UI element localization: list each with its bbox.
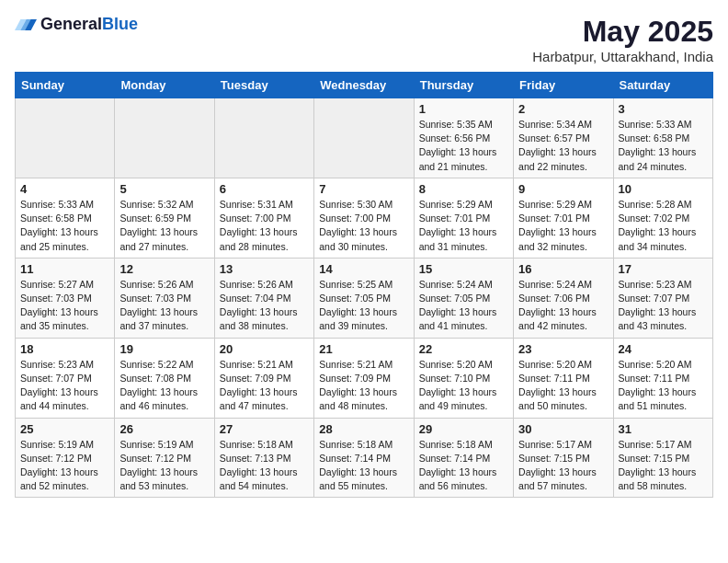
day-info: Sunrise: 5:31 AMSunset: 7:00 PMDaylight:… [220, 198, 309, 254]
calendar-cell: 28Sunrise: 5:18 AMSunset: 7:14 PMDayligh… [314, 418, 414, 498]
page-header: GeneralBlue May 2025 Harbatpur, Uttarakh… [15, 15, 713, 64]
header-wednesday: Wednesday [314, 73, 414, 98]
calendar-cell: 12Sunrise: 5:26 AMSunset: 7:03 PMDayligh… [115, 258, 214, 338]
calendar-cell: 29Sunrise: 5:18 AMSunset: 7:14 PMDayligh… [414, 418, 513, 498]
calendar-cell: 20Sunrise: 5:21 AMSunset: 7:09 PMDayligh… [214, 338, 313, 418]
day-info: Sunrise: 5:26 AMSunset: 7:04 PMDaylight:… [220, 278, 309, 334]
day-info: Sunrise: 5:19 AMSunset: 7:12 PMDaylight:… [20, 438, 109, 494]
calendar-subtitle: Harbatpur, Uttarakhand, India [532, 49, 713, 64]
day-number: 15 [419, 262, 508, 276]
calendar-title: May 2025 [532, 15, 713, 49]
header-friday: Friday [514, 73, 613, 98]
calendar-cell [214, 98, 313, 178]
calendar-cell: 1Sunrise: 5:35 AMSunset: 6:56 PMDaylight… [414, 98, 513, 178]
day-info: Sunrise: 5:32 AMSunset: 6:59 PMDaylight:… [119, 198, 209, 254]
day-number: 9 [518, 182, 608, 196]
day-number: 23 [518, 342, 608, 356]
day-number: 14 [319, 262, 408, 276]
week-row-4: 18Sunrise: 5:23 AMSunset: 7:07 PMDayligh… [16, 338, 713, 418]
calendar-cell: 26Sunrise: 5:19 AMSunset: 7:12 PMDayligh… [115, 418, 214, 498]
day-number: 24 [619, 342, 708, 356]
day-number: 2 [518, 102, 608, 116]
header-thursday: Thursday [414, 73, 513, 98]
day-info: Sunrise: 5:24 AMSunset: 7:06 PMDaylight:… [518, 278, 608, 334]
header-saturday: Saturday [613, 73, 712, 98]
day-info: Sunrise: 5:35 AMSunset: 6:56 PMDaylight:… [419, 118, 508, 174]
day-info: Sunrise: 5:30 AMSunset: 7:00 PMDaylight:… [319, 198, 408, 254]
day-number: 31 [619, 422, 708, 436]
day-info: Sunrise: 5:33 AMSunset: 6:58 PMDaylight:… [619, 118, 708, 174]
calendar-cell: 6Sunrise: 5:31 AMSunset: 7:00 PMDaylight… [214, 178, 313, 258]
calendar-cell: 10Sunrise: 5:28 AMSunset: 7:02 PMDayligh… [613, 178, 712, 258]
day-info: Sunrise: 5:29 AMSunset: 7:01 PMDaylight:… [419, 198, 508, 254]
calendar-cell [16, 98, 115, 178]
day-info: Sunrise: 5:24 AMSunset: 7:05 PMDaylight:… [419, 278, 508, 334]
calendar-cell: 13Sunrise: 5:26 AMSunset: 7:04 PMDayligh… [214, 258, 313, 338]
day-info: Sunrise: 5:33 AMSunset: 6:58 PMDaylight:… [20, 198, 109, 254]
day-number: 22 [419, 342, 508, 356]
day-info: Sunrise: 5:23 AMSunset: 7:07 PMDaylight:… [619, 278, 708, 334]
day-info: Sunrise: 5:18 AMSunset: 7:13 PMDaylight:… [220, 438, 309, 494]
day-number: 6 [220, 182, 309, 196]
calendar-cell [314, 98, 414, 178]
day-number: 12 [119, 262, 209, 276]
header-sunday: Sunday [16, 73, 115, 98]
day-number: 26 [119, 422, 209, 436]
day-number: 21 [319, 342, 408, 356]
calendar-cell: 17Sunrise: 5:23 AMSunset: 7:07 PMDayligh… [613, 258, 712, 338]
day-number: 19 [119, 342, 209, 356]
day-info: Sunrise: 5:17 AMSunset: 7:15 PMDaylight:… [518, 438, 608, 494]
logo-icon [15, 16, 37, 34]
day-number: 11 [20, 262, 109, 276]
calendar-cell: 4Sunrise: 5:33 AMSunset: 6:58 PMDaylight… [16, 178, 115, 258]
weekday-header-row: SundayMondayTuesdayWednesdayThursdayFrid… [16, 73, 713, 98]
day-info: Sunrise: 5:17 AMSunset: 7:15 PMDaylight:… [619, 438, 708, 494]
calendar-cell: 14Sunrise: 5:25 AMSunset: 7:05 PMDayligh… [314, 258, 414, 338]
calendar-cell: 7Sunrise: 5:30 AMSunset: 7:00 PMDaylight… [314, 178, 414, 258]
day-number: 18 [20, 342, 109, 356]
day-info: Sunrise: 5:25 AMSunset: 7:05 PMDaylight:… [319, 278, 408, 334]
day-info: Sunrise: 5:27 AMSunset: 7:03 PMDaylight:… [20, 278, 109, 334]
day-info: Sunrise: 5:29 AMSunset: 7:01 PMDaylight:… [518, 198, 608, 254]
day-number: 4 [20, 182, 109, 196]
day-info: Sunrise: 5:21 AMSunset: 7:09 PMDaylight:… [319, 358, 408, 414]
title-area: May 2025 Harbatpur, Uttarakhand, India [532, 15, 713, 64]
day-number: 25 [20, 422, 109, 436]
calendar-cell: 25Sunrise: 5:19 AMSunset: 7:12 PMDayligh… [16, 418, 115, 498]
calendar-cell: 21Sunrise: 5:21 AMSunset: 7:09 PMDayligh… [314, 338, 414, 418]
day-info: Sunrise: 5:28 AMSunset: 7:02 PMDaylight:… [619, 198, 708, 254]
logo-text-blue: Blue [102, 15, 138, 33]
week-row-2: 4Sunrise: 5:33 AMSunset: 6:58 PMDaylight… [16, 178, 713, 258]
day-info: Sunrise: 5:34 AMSunset: 6:57 PMDaylight:… [518, 118, 608, 174]
day-number: 29 [419, 422, 508, 436]
calendar-cell: 11Sunrise: 5:27 AMSunset: 7:03 PMDayligh… [16, 258, 115, 338]
calendar-cell: 31Sunrise: 5:17 AMSunset: 7:15 PMDayligh… [613, 418, 712, 498]
day-number: 30 [518, 422, 608, 436]
day-number: 8 [419, 182, 508, 196]
day-number: 20 [220, 342, 309, 356]
calendar-cell: 19Sunrise: 5:22 AMSunset: 7:08 PMDayligh… [115, 338, 214, 418]
day-number: 27 [220, 422, 309, 436]
calendar-cell: 24Sunrise: 5:20 AMSunset: 7:11 PMDayligh… [613, 338, 712, 418]
day-number: 7 [319, 182, 408, 196]
day-info: Sunrise: 5:19 AMSunset: 7:12 PMDaylight:… [119, 438, 209, 494]
day-number: 16 [518, 262, 608, 276]
calendar-cell: 2Sunrise: 5:34 AMSunset: 6:57 PMDaylight… [514, 98, 613, 178]
calendar-cell: 9Sunrise: 5:29 AMSunset: 7:01 PMDaylight… [514, 178, 613, 258]
calendar-cell: 15Sunrise: 5:24 AMSunset: 7:05 PMDayligh… [414, 258, 513, 338]
calendar-cell: 8Sunrise: 5:29 AMSunset: 7:01 PMDaylight… [414, 178, 513, 258]
calendar-cell [115, 98, 214, 178]
day-info: Sunrise: 5:20 AMSunset: 7:11 PMDaylight:… [518, 358, 608, 414]
calendar-cell: 5Sunrise: 5:32 AMSunset: 6:59 PMDaylight… [115, 178, 214, 258]
day-info: Sunrise: 5:22 AMSunset: 7:08 PMDaylight:… [119, 358, 209, 414]
day-info: Sunrise: 5:26 AMSunset: 7:03 PMDaylight:… [119, 278, 209, 334]
logo-text-general: General [40, 15, 102, 33]
day-info: Sunrise: 5:23 AMSunset: 7:07 PMDaylight:… [20, 358, 109, 414]
day-number: 13 [220, 262, 309, 276]
day-number: 3 [619, 102, 708, 116]
week-row-3: 11Sunrise: 5:27 AMSunset: 7:03 PMDayligh… [16, 258, 713, 338]
calendar-cell: 18Sunrise: 5:23 AMSunset: 7:07 PMDayligh… [16, 338, 115, 418]
day-number: 28 [319, 422, 408, 436]
calendar-cell: 27Sunrise: 5:18 AMSunset: 7:13 PMDayligh… [214, 418, 313, 498]
week-row-5: 25Sunrise: 5:19 AMSunset: 7:12 PMDayligh… [16, 418, 713, 498]
